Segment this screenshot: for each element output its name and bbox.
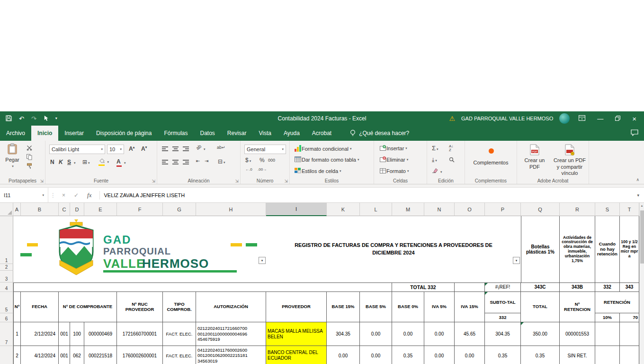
bold-button[interactable]: N	[50, 159, 54, 165]
ref-error-cell[interactable]: #¡REF!	[485, 282, 521, 292]
decrease-indent-icon[interactable]: ⇤	[196, 158, 200, 164]
font-size-select[interactable]: 10▾	[107, 145, 124, 154]
header-proveedor[interactable]: PROVEEDOR	[266, 292, 327, 322]
tab-insertar[interactable]: Insertar	[58, 126, 90, 141]
conditional-formatting-button[interactable]: Formato condicional▾	[295, 145, 352, 153]
vertical-scrollbar[interactable]: ▴	[639, 203, 644, 364]
align-bottom-icon[interactable]	[183, 146, 189, 151]
cut-icon[interactable]	[27, 145, 32, 152]
col-header-G[interactable]: G	[163, 203, 196, 216]
logo-cell[interactable]: GAD PARROQUIAL VALLE HERMOSO	[13, 216, 266, 282]
col-header-M[interactable]: M	[392, 203, 424, 216]
cell-343B[interactable]: 343B	[560, 282, 595, 292]
grid-cell[interactable]: 2	[13, 346, 21, 364]
grid-cell[interactable]: 100	[70, 322, 84, 346]
grid-cell[interactable]	[620, 346, 639, 364]
header-microempresa[interactable]: 100 y 1/2 Reg en micr mpr a	[620, 216, 639, 282]
grid-cell[interactable]: 1721660700001	[117, 322, 163, 346]
wrap-text-icon[interactable]: ab↵	[217, 145, 225, 150]
grid-cell[interactable]: 001	[59, 346, 70, 364]
row-header-6[interactable]: 6	[0, 313, 13, 322]
row-header-7[interactable]: 7	[0, 322, 13, 346]
header-retencion[interactable]: RETENCIÓN	[595, 292, 639, 313]
tab-archivo[interactable]: Archivo	[0, 126, 31, 141]
decrease-decimal-icon[interactable]: .00→	[258, 167, 267, 172]
tab-revisar[interactable]: Revisar	[221, 126, 253, 141]
autofilter-dropdown-button[interactable]: ▾	[513, 257, 520, 264]
redo-icon[interactable]: ↷	[31, 116, 36, 122]
grid-cell[interactable]: 45.65	[455, 322, 485, 346]
header-retencion-70[interactable]: 70	[620, 313, 639, 322]
header-retencion-10[interactable]: 10%	[595, 313, 620, 322]
col-header-D[interactable]: D	[70, 203, 84, 216]
header-base5[interactable]: BASE 5%	[360, 292, 392, 322]
clear-icon[interactable]: ▾	[432, 168, 442, 174]
comma-format-icon[interactable]: 000	[268, 158, 275, 163]
autosum-icon[interactable]: Σ▾	[432, 145, 438, 152]
customize-qat-icon[interactable]: ▾	[55, 117, 57, 120]
col-header-E[interactable]: E	[84, 203, 117, 216]
cell-343[interactable]: 343	[620, 282, 639, 292]
col-header-S[interactable]: S	[595, 203, 620, 216]
grid-cell[interactable]: 000001553	[560, 322, 595, 346]
grid-cell[interactable]: 1	[13, 322, 21, 346]
addins-button[interactable]: Complementos	[465, 160, 517, 165]
col-header-P[interactable]: P	[485, 203, 521, 216]
grid-cell[interactable]: 0.00	[424, 346, 455, 364]
expand-formula-bar-icon[interactable]: ▾	[637, 193, 644, 198]
header-iva15[interactable]: IVA 15%	[455, 292, 485, 322]
cancel-entry-icon[interactable]: ×	[58, 192, 70, 199]
row-header-3[interactable]: 3	[0, 271, 13, 282]
header-num-retencion[interactable]: Nº RETENCION	[560, 292, 595, 322]
create-pdf-share-button[interactable]: Crear un PDF y compartir vínculo	[552, 144, 587, 177]
grid-cell[interactable]	[455, 282, 485, 292]
undo-icon[interactable]: ↶	[19, 116, 24, 122]
grid-cell[interactable]: 304.35	[485, 322, 521, 346]
col-header-H[interactable]: H	[196, 203, 266, 216]
grid-cell[interactable]: 001	[59, 322, 70, 346]
grid-cell-proveedor[interactable]: BANCO CENTRAL DEL ECUADOR	[266, 346, 327, 364]
row-header-4[interactable]: 4	[0, 282, 13, 292]
format-painter-icon[interactable]	[27, 163, 32, 170]
align-top-icon[interactable]	[162, 146, 168, 151]
clipboard-dialog-launcher-icon[interactable]: ⇲	[40, 179, 44, 183]
header-sin-retencion[interactable]: Cuando no hay retención	[595, 216, 620, 282]
number-dialog-launcher-icon[interactable]: ⇲	[284, 179, 288, 183]
align-middle-icon[interactable]	[172, 146, 179, 151]
create-pdf-button[interactable]: PDF Crear un PDF	[519, 144, 550, 170]
orientation-icon[interactable]: ab	[195, 144, 203, 151]
orientation-dropdown-icon[interactable]: ▾	[204, 147, 206, 151]
name-box[interactable]: I11 ▾	[0, 188, 48, 202]
currency-format-icon[interactable]: $▾	[245, 157, 251, 164]
cell-332[interactable]: 332	[595, 282, 620, 292]
grid-cell[interactable]	[595, 322, 620, 346]
account-name[interactable]: GAD PARROQUIAL VALLE HERMOSO	[461, 116, 553, 121]
avatar[interactable]	[559, 113, 570, 124]
grid-cell[interactable]: 000221518	[84, 346, 117, 364]
header-subtotal-332[interactable]: 332	[485, 313, 521, 322]
format-cells-button[interactable]: Formato▾	[380, 168, 409, 174]
borders-icon[interactable]: ⊞▾	[82, 159, 90, 165]
grid-cell[interactable]	[620, 322, 639, 346]
col-header-T[interactable]: T	[620, 203, 639, 216]
row-header-1[interactable]: 1	[0, 216, 13, 264]
grid-cell[interactable]: SIN RET.	[560, 346, 595, 364]
tab-disposicion[interactable]: Disposición de página	[90, 126, 158, 141]
col-header-L[interactable]: L	[360, 203, 392, 216]
header-total[interactable]: TOTAL	[521, 292, 560, 322]
italic-button[interactable]: K	[59, 159, 63, 165]
underline-dropdown-icon[interactable]: ▾	[74, 161, 76, 165]
col-header-C[interactable]: C	[59, 203, 70, 216]
row-header-8[interactable]: 8	[0, 346, 13, 364]
increase-decimal-icon[interactable]: ←.0	[245, 167, 252, 172]
align-center-icon[interactable]	[172, 160, 179, 164]
copy-icon[interactable]	[27, 154, 32, 161]
grid-cell[interactable]: 0.00	[360, 322, 392, 346]
formula-content[interactable]: VELIZ ZAVALA JENIFFER LISETH	[104, 192, 185, 198]
grid-cell[interactable]: 0.35	[485, 346, 521, 364]
restore-button[interactable]	[612, 116, 623, 122]
header-autorizacion[interactable]: AUTORIZACIÓN	[196, 292, 266, 322]
format-as-table-button[interactable]: Dar formato como tabla▾	[295, 156, 359, 163]
grid-cell[interactable]	[595, 346, 620, 364]
merge-center-icon[interactable]: ⊟▾	[218, 158, 225, 165]
